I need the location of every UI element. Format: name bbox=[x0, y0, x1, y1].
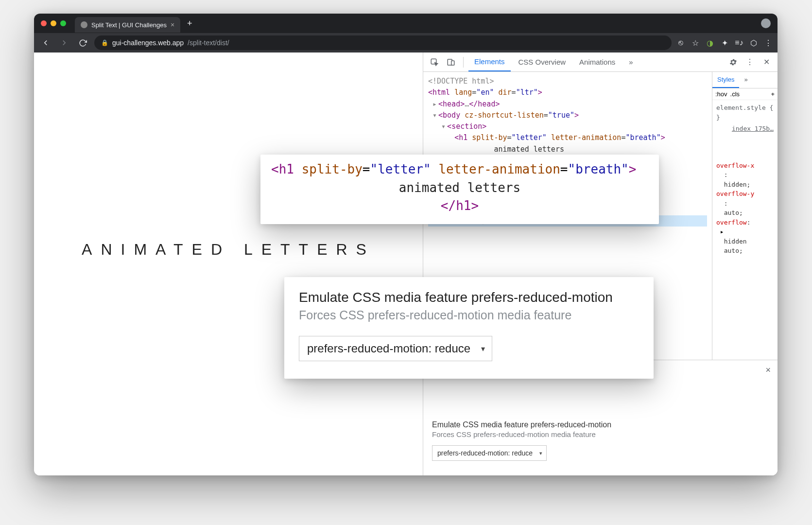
body-line[interactable]: ▾<body cz-shortcut-listen="true"> bbox=[428, 110, 707, 121]
cls-toggle[interactable]: .cls bbox=[730, 90, 740, 98]
rendering-subtitle: Forces CSS prefers-reduced-motion media … bbox=[432, 430, 769, 438]
tab-css-overview[interactable]: CSS Overview bbox=[513, 52, 572, 71]
extension-icon[interactable]: ◑ bbox=[706, 38, 714, 47]
forward-button[interactable] bbox=[57, 36, 71, 50]
devtools-kebab-icon[interactable]: ⋮ bbox=[743, 55, 757, 70]
rendering-title: Emulate CSS media feature prefers-reduce… bbox=[432, 420, 769, 429]
section-line[interactable]: ▾<section> bbox=[428, 121, 707, 132]
select-value: prefers-reduced-motion: reduce bbox=[437, 449, 533, 457]
extension2-icon[interactable]: ⬡ bbox=[749, 38, 758, 47]
code-callout: <h1 split-by="letter" letter-animation="… bbox=[260, 155, 659, 224]
titlebar: Split Text | GUI Challenges × + bbox=[34, 14, 777, 33]
address-bar[interactable]: 🔒 gui-challenges.web.app/split-text/dist… bbox=[94, 35, 672, 50]
decl-overflowx: overflow-x : hidden; bbox=[716, 161, 774, 190]
styles-toolbar: :hov .cls + bbox=[712, 88, 777, 100]
h1-line[interactable]: <h1 split-by="letter" letter-animation="… bbox=[428, 132, 707, 143]
new-style-button[interactable]: + bbox=[771, 90, 775, 98]
bookmark-star-icon[interactable]: ☆ bbox=[691, 38, 700, 47]
minimize-window-button[interactable] bbox=[51, 20, 56, 26]
source-link[interactable]: index 175b… bbox=[716, 124, 774, 134]
prefers-reduced-motion-select[interactable]: prefers-reduced-motion: reduce bbox=[432, 445, 547, 461]
rendered-page: ANIMATED LETTERS bbox=[34, 52, 423, 475]
callout-title: Emulate CSS media feature prefers-reduce… bbox=[299, 290, 639, 305]
kebab-menu-icon[interactable]: ⋮ bbox=[764, 38, 773, 47]
callout-select[interactable]: prefers-reduced-motion: reduce bbox=[299, 336, 492, 361]
drawer-close-icon[interactable]: × bbox=[765, 365, 771, 375]
inspect-element-icon[interactable] bbox=[427, 55, 442, 70]
tab-elements[interactable]: Elements bbox=[468, 52, 511, 71]
rendering-callout: Emulate CSS media feature prefers-reduce… bbox=[284, 277, 654, 379]
new-tab-button[interactable]: + bbox=[187, 18, 192, 29]
settings-gear-icon[interactable] bbox=[726, 55, 741, 70]
devtools-close-icon[interactable]: ✕ bbox=[759, 55, 774, 70]
callout-h1-close: </h1> bbox=[271, 197, 648, 215]
separator bbox=[463, 57, 464, 68]
tab-animations[interactable]: Animations bbox=[573, 52, 621, 71]
element-style: element.style { bbox=[716, 103, 774, 113]
hov-toggle[interactable]: :hov bbox=[715, 90, 727, 98]
maximize-window-button[interactable] bbox=[60, 20, 66, 26]
h1-text-line: animated letters bbox=[428, 144, 707, 155]
html-open-line: <html lang="en" dir="ltr"> bbox=[428, 87, 707, 98]
decl-overflow: overflow: ▸ hidden auto; bbox=[716, 218, 774, 256]
close-window-button[interactable] bbox=[41, 20, 47, 26]
url-host: gui-challenges.web.app bbox=[112, 39, 184, 47]
callout-h1-text: animated letters bbox=[271, 179, 648, 197]
profile-avatar-icon[interactable] bbox=[761, 18, 771, 28]
browser-toolbar: 🔒 gui-challenges.web.app/split-text/dist… bbox=[34, 33, 777, 52]
extension-icons: ⎋ ☆ ◑ ✦ ≡♪ ⬡ ⋮ bbox=[676, 38, 773, 47]
devtools-tabbar: Elements CSS Overview Animations » ⋮ ✕ bbox=[423, 52, 777, 72]
translate-icon[interactable]: ⎋ bbox=[676, 38, 685, 47]
reload-button[interactable] bbox=[76, 36, 89, 50]
favicon-icon bbox=[81, 21, 87, 28]
browser-window: Split Text | GUI Challenges × + 🔒 gui-ch… bbox=[34, 14, 777, 475]
styles-rules[interactable]: element.style { } index 175b… overflow-x… bbox=[712, 100, 777, 259]
brace-close: } bbox=[716, 113, 774, 122]
decl-overflowy: overflow-y : auto; bbox=[716, 189, 774, 218]
back-button[interactable] bbox=[39, 36, 52, 50]
window-controls bbox=[41, 20, 66, 26]
head-line[interactable]: ▸<head>…</head> bbox=[428, 99, 707, 110]
svg-rect-2 bbox=[451, 61, 454, 65]
styles-tabs: Styles » bbox=[712, 72, 777, 88]
tab-title: Split Text | GUI Challenges bbox=[91, 21, 167, 29]
tab-styles[interactable]: Styles bbox=[712, 72, 739, 88]
callout-subtitle: Forces CSS prefers-reduced-motion media … bbox=[299, 308, 639, 322]
url-path: /split-text/dist/ bbox=[188, 39, 229, 47]
callout-select-value: prefers-reduced-motion: reduce bbox=[307, 342, 470, 355]
content-area: ANIMATED LETTERS Elements CSS Overview A… bbox=[34, 52, 777, 475]
styles-pane: Styles » :hov .cls + element.style { } i… bbox=[712, 72, 777, 360]
devtools-panel: Elements CSS Overview Animations » ⋮ ✕ <… bbox=[423, 52, 777, 475]
doctype-line: <!DOCTYPE html> bbox=[428, 76, 707, 87]
device-toolbar-icon[interactable] bbox=[444, 55, 458, 70]
puzzle-icon[interactable]: ✦ bbox=[720, 38, 729, 47]
styles-tabs-overflow[interactable]: » bbox=[739, 72, 752, 88]
close-tab-button[interactable]: × bbox=[171, 21, 174, 29]
page-heading: ANIMATED LETTERS bbox=[82, 241, 375, 259]
lock-icon: 🔒 bbox=[101, 39, 108, 46]
browser-tab[interactable]: Split Text | GUI Challenges × bbox=[75, 17, 180, 33]
callout-h1-open: <h1 split-by="letter" letter-animation="… bbox=[271, 160, 648, 179]
reading-list-icon[interactable]: ≡♪ bbox=[735, 38, 743, 47]
tabs-overflow-icon[interactable]: » bbox=[623, 52, 639, 71]
